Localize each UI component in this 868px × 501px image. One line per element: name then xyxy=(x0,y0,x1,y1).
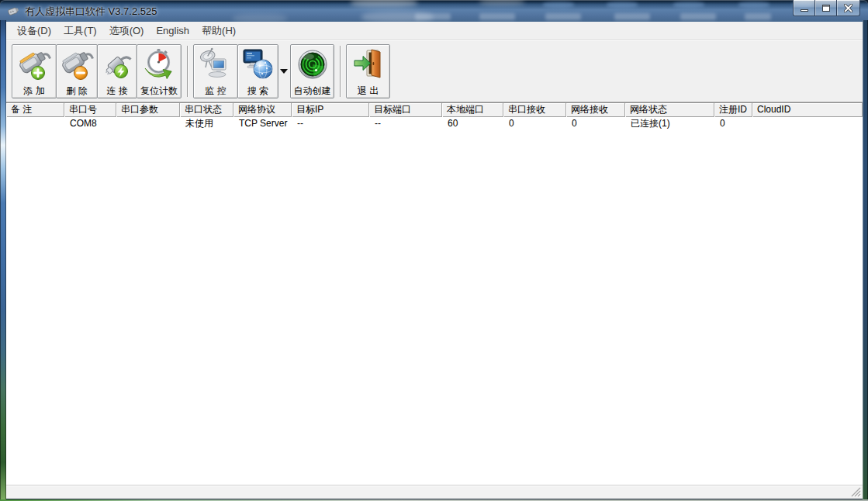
column-header-net-protocol[interactable]: 网络协议 xyxy=(233,103,292,117)
column-header-com-port[interactable]: 串口号 xyxy=(64,103,116,117)
cell-net-protocol: TCP Server xyxy=(233,117,292,130)
port-list: 备 注 串口号 串口参数 串口状态 网络协议 目标IP 目标端口 本地端口 串口… xyxy=(6,102,863,485)
resize-grip-icon[interactable] xyxy=(851,487,861,497)
search-dropdown-arrow[interactable] xyxy=(278,44,290,98)
glass-reflection xyxy=(233,14,287,22)
toolbar-label: 添 加 xyxy=(23,85,44,97)
delete-serial-icon xyxy=(60,45,94,85)
window-controls xyxy=(794,0,860,16)
column-header-reg-id[interactable]: 注册ID xyxy=(714,103,752,117)
column-header-serial-params[interactable]: 串口参数 xyxy=(116,103,180,117)
menu-options[interactable]: 选项(O) xyxy=(103,22,150,40)
reset-count-button[interactable]: 复位计数 xyxy=(137,44,182,98)
cell-net-status: 已连接(1) xyxy=(625,117,714,130)
menubar: 设备(D) 工具(T) 选项(O) English 帮助(H) xyxy=(6,22,863,40)
client-area: 设备(D) 工具(T) 选项(O) English 帮助(H) xyxy=(6,22,863,499)
cell-target-ip: -- xyxy=(292,117,369,130)
glass-reflection xyxy=(351,0,417,7)
menu-help[interactable]: 帮助(H) xyxy=(195,22,242,40)
app-window: 有人虚拟串口软件 V3.7.2.525 设备(D) 工具(T) 选项(O) xyxy=(0,0,868,501)
toolbar-label: 退 出 xyxy=(358,85,379,97)
window-frame-right xyxy=(863,20,868,501)
glass-reflection xyxy=(607,2,638,8)
auto-create-button[interactable]: 自动创建 xyxy=(290,44,334,98)
cell-net-rx: 0 xyxy=(566,117,625,130)
column-header-cloud-id[interactable]: CloudID xyxy=(752,103,863,117)
titlebar[interactable]: 有人虚拟串口软件 V3.7.2.525 xyxy=(0,0,868,22)
toolbar-separator xyxy=(187,46,188,97)
cell-remark xyxy=(6,117,64,130)
monitor-button[interactable]: 监 控 xyxy=(193,44,238,98)
connect-icon xyxy=(101,45,133,85)
connect-button[interactable]: 连 接 xyxy=(97,44,137,98)
toolbar-label: 连 接 xyxy=(106,85,127,97)
toolbar-label: 自动创建 xyxy=(294,85,331,97)
cell-cloud-id xyxy=(752,117,863,130)
column-header-target-ip[interactable]: 目标IP xyxy=(292,103,369,117)
menu-device[interactable]: 设备(D) xyxy=(11,22,57,40)
cell-serial-params xyxy=(116,117,180,130)
maximize-button[interactable] xyxy=(814,0,837,16)
cell-serial-rx: 0 xyxy=(503,117,566,130)
window-frame-left xyxy=(0,20,6,501)
column-header-target-port[interactable]: 目标端口 xyxy=(369,103,442,117)
cell-com-port: COM8 xyxy=(64,117,116,130)
cell-reg-id: 0 xyxy=(714,117,752,130)
glass-reflection xyxy=(479,13,515,20)
glass-reflection xyxy=(545,13,581,20)
glass-reflection xyxy=(673,2,704,8)
glass-reflection xyxy=(614,13,650,20)
glass-reflection xyxy=(680,13,716,20)
window-title: 有人虚拟串口软件 V3.7.2.525 xyxy=(25,5,157,19)
serial-connector-icon[interactable] xyxy=(7,5,20,17)
search-icon xyxy=(241,45,275,85)
delete-button[interactable]: 删 除 xyxy=(56,44,98,98)
menu-tools[interactable]: 工具(T) xyxy=(57,22,103,40)
close-icon xyxy=(844,4,852,12)
minimize-button[interactable] xyxy=(793,0,815,16)
toolbar-separator xyxy=(340,46,341,97)
cell-local-port: 60 xyxy=(442,117,503,130)
glass-reflection xyxy=(361,12,433,22)
add-serial-icon xyxy=(17,45,51,85)
cell-serial-status: 未使用 xyxy=(180,117,233,130)
statusbar xyxy=(6,485,863,499)
monitor-icon xyxy=(198,45,233,85)
list-header: 备 注 串口号 串口参数 串口状态 网络协议 目标IP 目标端口 本地端口 串口… xyxy=(6,103,863,117)
chevron-down-icon xyxy=(280,69,288,74)
column-header-serial-status[interactable]: 串口状态 xyxy=(180,103,233,117)
auto-create-radar-icon xyxy=(296,45,330,85)
glass-reflection xyxy=(479,0,524,5)
column-header-net-status[interactable]: 网络状态 xyxy=(625,103,714,117)
toolbar-label: 搜 索 xyxy=(247,85,268,97)
exit-button[interactable]: 退 出 xyxy=(346,44,390,98)
toolbar: 添 加 xyxy=(6,40,863,102)
column-header-remark[interactable]: 备 注 xyxy=(6,103,64,117)
glass-reflection xyxy=(415,13,451,20)
column-header-serial-rx[interactable]: 串口接收 xyxy=(503,103,566,117)
glass-reflection xyxy=(738,2,769,8)
table-row[interactable]: COM8 未使用 TCP Server -- -- 60 0 0 已连接(1) … xyxy=(6,117,863,130)
menu-english[interactable]: English xyxy=(150,22,195,39)
cell-target-port: -- xyxy=(369,117,442,130)
glass-reflection xyxy=(543,2,574,8)
maximize-icon xyxy=(822,5,830,12)
reset-count-icon xyxy=(141,45,177,85)
minimize-icon xyxy=(801,9,808,12)
column-header-local-port[interactable]: 本地端口 xyxy=(442,103,503,117)
close-button[interactable] xyxy=(836,0,860,16)
glass-reflection xyxy=(745,13,771,20)
search-button[interactable]: 搜 索 xyxy=(237,44,278,98)
column-header-net-rx[interactable]: 网络接收 xyxy=(566,103,625,117)
toolbar-label: 删 除 xyxy=(66,85,87,97)
add-button[interactable]: 添 加 xyxy=(12,44,57,98)
toolbar-label: 复位计数 xyxy=(140,85,178,97)
exit-door-icon xyxy=(351,45,386,85)
toolbar-label: 监 控 xyxy=(205,85,226,97)
